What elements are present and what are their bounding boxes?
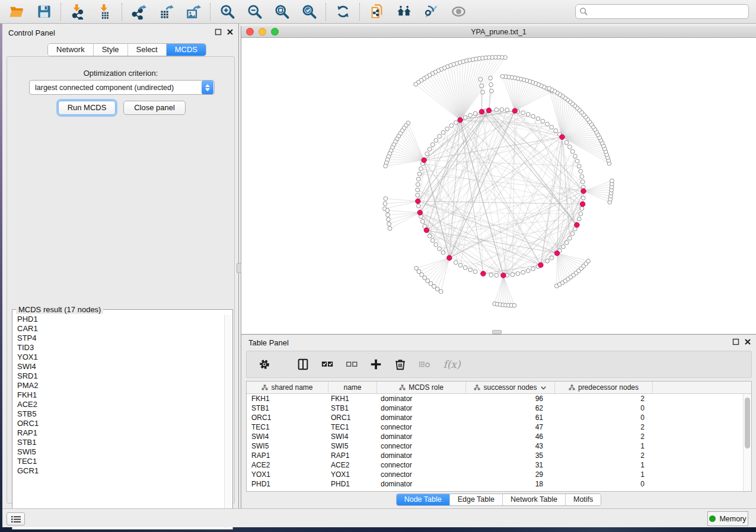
import-table-button[interactable] xyxy=(96,3,114,21)
zoom-selected-button[interactable] xyxy=(300,3,318,21)
import-network-button[interactable] xyxy=(69,3,87,21)
mcds-result-item[interactable]: PMA2 xyxy=(13,381,225,390)
tab-node-table[interactable]: Node Table xyxy=(397,494,450,505)
add-column-icon xyxy=(369,358,382,371)
mcds-result-item[interactable]: ACE2 xyxy=(13,400,225,409)
save-session-button[interactable] xyxy=(35,3,53,21)
export-image-button[interactable] xyxy=(184,3,202,21)
columns-button[interactable] xyxy=(296,357,310,371)
table-row[interactable]: ACE2ACE2connector311 xyxy=(247,460,751,470)
mcds-result-item[interactable]: ORC1 xyxy=(13,419,225,428)
run-mcds-button[interactable]: Run MCDS xyxy=(58,101,116,115)
table-row[interactable]: SWI4SWI4dominator462 xyxy=(247,432,751,441)
delete-table-button[interactable] xyxy=(417,357,432,371)
mcds-result-item[interactable]: STB1 xyxy=(13,438,225,447)
deselect-all-button[interactable] xyxy=(344,357,359,371)
horizontal-splitter-handle[interactable] xyxy=(492,330,502,334)
tab-motifs[interactable]: Motifs xyxy=(566,494,601,505)
mcds-result-item[interactable]: FKH1 xyxy=(13,390,225,400)
close-panel-icon[interactable] xyxy=(227,28,234,36)
memory-button[interactable]: Memory xyxy=(707,511,748,526)
mcds-result-item[interactable]: TEC1 xyxy=(13,457,225,466)
table-scrollbar-thumb[interactable] xyxy=(745,398,750,448)
table-scrollbar[interactable] xyxy=(743,394,751,491)
float-table-panel-icon[interactable] xyxy=(732,338,739,345)
mcds-result-item[interactable]: RAP1 xyxy=(13,428,225,438)
table-row[interactable]: STB1STB1dominator620 xyxy=(247,403,751,413)
mcds-result-item[interactable]: PHD1 xyxy=(13,315,225,324)
zoom-fit-button[interactable] xyxy=(273,3,291,21)
share-document-button[interactable] xyxy=(368,3,385,21)
minimize-window-light[interactable] xyxy=(259,28,266,36)
tab-edge-table[interactable]: Edge Table xyxy=(450,494,503,505)
column-header-shared-name[interactable]: shared name xyxy=(247,382,328,393)
export-table-icon xyxy=(158,4,174,20)
close-window-light[interactable] xyxy=(246,28,254,36)
function-builder-button[interactable]: f(x) xyxy=(442,357,462,371)
mcds-result-group: MCDS result (17 nodes) PHD1CAR1STP4TID3Y… xyxy=(12,309,233,530)
delete-column-icon xyxy=(394,358,407,371)
open-file-button[interactable] xyxy=(8,3,25,21)
export-table-button[interactable] xyxy=(157,3,175,21)
tab-style[interactable]: Style xyxy=(94,44,128,56)
graph-leaf-nodes[interactable] xyxy=(383,55,614,307)
task-history-button[interactable] xyxy=(7,512,25,525)
tab-network-table[interactable]: Network Table xyxy=(503,494,566,505)
mcds-result-item[interactable]: SRD1 xyxy=(13,371,225,381)
column-header-name[interactable]: name xyxy=(328,382,377,393)
mcds-result-item[interactable]: GCR1 xyxy=(13,466,225,476)
tree-icon xyxy=(261,384,268,391)
select-all-button[interactable] xyxy=(320,357,334,371)
network-canvas[interactable] xyxy=(241,38,756,334)
tab-select[interactable]: Select xyxy=(128,44,167,56)
mcds-result-item[interactable]: CAR1 xyxy=(13,324,225,334)
table-row[interactable]: SWI5SWI5connector431 xyxy=(247,441,751,451)
network-graph[interactable] xyxy=(241,38,756,334)
refresh-button[interactable] xyxy=(334,3,352,21)
zoom-selected-icon xyxy=(301,4,317,20)
mcds-result-item[interactable]: STP4 xyxy=(13,334,225,343)
table-row[interactable]: PHD1PHD1dominator180 xyxy=(247,479,751,489)
mcds-list-scrollbar[interactable] xyxy=(224,315,232,528)
control-panel-header: Control Panel xyxy=(2,24,238,40)
search-network-button[interactable] xyxy=(395,3,413,21)
float-window-icon[interactable] xyxy=(215,28,222,36)
table-row[interactable]: ORC1ORC1dominator610 xyxy=(247,413,751,422)
show-hidden-button[interactable] xyxy=(449,3,467,21)
mcds-result-item[interactable]: SWI4 xyxy=(13,362,225,371)
mcds-result-item[interactable]: TID3 xyxy=(13,343,225,352)
tree-icon xyxy=(569,384,575,391)
mcds-result-list[interactable]: PHD1CAR1STP4TID3YOX1SWI4SRD1PMA2FKH1ACE2… xyxy=(13,315,225,528)
table-row[interactable]: RAP1RAP1dominator352 xyxy=(247,451,751,460)
tree-icon xyxy=(399,384,406,391)
vertical-splitter-handle[interactable] xyxy=(237,263,241,273)
save-session-icon xyxy=(36,4,52,20)
column-header-successor-nodes[interactable]: successor nodes xyxy=(466,382,555,393)
mcds-result-item[interactable]: STB5 xyxy=(13,409,225,419)
gear-button[interactable] xyxy=(257,357,272,371)
close-panel-button[interactable]: Close panel xyxy=(123,101,186,115)
delete-table-icon xyxy=(418,358,431,371)
criterion-select[interactable]: largest connected component (undirected) xyxy=(29,80,215,95)
mcds-result-item[interactable]: YOX1 xyxy=(13,352,225,362)
zoom-window-light[interactable] xyxy=(271,28,279,36)
column-header-predecessor-nodes[interactable]: predecessor nodes xyxy=(555,382,653,393)
table-row[interactable]: TEC1TEC1connector472 xyxy=(247,422,751,432)
close-table-panel-icon[interactable] xyxy=(744,338,751,345)
export-network-button[interactable] xyxy=(130,3,148,21)
column-header-MCDS-role[interactable]: MCDS role xyxy=(377,382,466,393)
table-row[interactable]: FKH1FKH1dominator962 xyxy=(247,394,751,403)
zoom-in-button[interactable] xyxy=(218,3,236,21)
table-cell: dominator xyxy=(377,479,466,489)
add-column-button[interactable] xyxy=(369,357,383,371)
mcds-result-item[interactable]: SWI5 xyxy=(13,447,225,457)
tab-network[interactable]: Network xyxy=(48,44,94,56)
tab-mcds[interactable]: MCDS xyxy=(167,44,206,56)
hide-network-button[interactable] xyxy=(422,3,440,21)
delete-column-button[interactable] xyxy=(393,357,407,371)
zoom-in-icon xyxy=(219,4,235,20)
table-row[interactable]: YOX1YOX1connector291 xyxy=(247,470,751,479)
zoom-out-button[interactable] xyxy=(245,3,263,21)
network-window-titlebar[interactable]: YPA_prune.txt_1 xyxy=(241,26,756,38)
search-input[interactable] xyxy=(575,4,749,19)
